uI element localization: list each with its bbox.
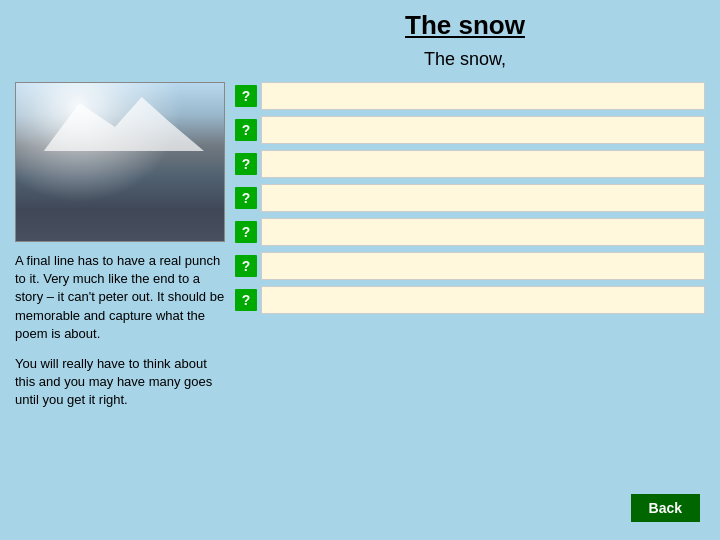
question-badge-3: ? [235,153,257,175]
input-row-3: ? [235,150,705,178]
back-button[interactable]: Back [631,494,700,522]
input-row-1: ? [235,82,705,110]
question-badge-5: ? [235,221,257,243]
input-row-7: ? [235,286,705,314]
question-badge-7: ? [235,289,257,311]
snow-image [15,82,225,242]
question-badge-1: ? [235,85,257,107]
line-input-6[interactable] [261,252,705,280]
input-row-2: ? [235,116,705,144]
line-input-3[interactable] [261,150,705,178]
right-panel: ? ? ? ? ? ? [235,82,705,410]
line-input-2[interactable] [261,116,705,144]
input-row-5: ? [235,218,705,246]
main-content: A final line has to have a real punch to… [15,82,705,410]
page-container: The snow The snow, A final line has to h… [0,0,720,540]
page-title: The snow [15,10,705,41]
left-panel: A final line has to have a real punch to… [15,82,225,410]
line-input-4[interactable] [261,184,705,212]
line-input-7[interactable] [261,286,705,314]
line-input-1[interactable] [261,82,705,110]
question-badge-4: ? [235,187,257,209]
question-badge-2: ? [235,119,257,141]
input-row-6: ? [235,252,705,280]
line-input-5[interactable] [261,218,705,246]
page-subtitle: The snow, [15,49,705,70]
input-row-4: ? [235,184,705,212]
left-text-top: A final line has to have a real punch to… [15,252,225,343]
question-badge-6: ? [235,255,257,277]
left-text-bottom: You will really have to think about this… [15,355,225,410]
